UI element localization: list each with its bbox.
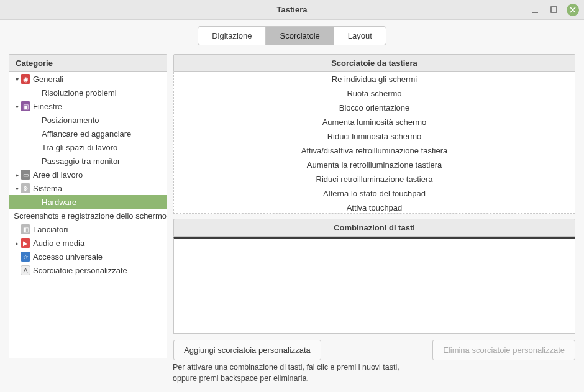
window-title: Tastiera — [277, 5, 308, 14]
tree-item-generali[interactable]: ▾ ◉ Generali — [9, 72, 167, 86]
window-controls — [529, 4, 579, 16]
minimize-button[interactable] — [529, 4, 541, 16]
combos-section: Combinazioni di tasti — [173, 219, 575, 334]
tree-item-lanciatori[interactable]: ◧ Lanciatori — [9, 222, 167, 236]
accessibility-icon: ☆ — [21, 252, 30, 262]
shortcut-row[interactable]: Riduci luminosità schermo — [174, 129, 575, 144]
tree-label: Aree di lavoro — [33, 170, 83, 180]
tree-label: Scorciatoie personalizzate — [33, 266, 127, 275]
tab-layout[interactable]: Layout — [334, 27, 386, 45]
close-button[interactable] — [567, 4, 579, 16]
tree-item-screenshots[interactable]: Screenshots e registrazione dello scherm… — [9, 209, 167, 222]
tree-item-passaggio[interactable]: Passaggio tra monitor — [9, 154, 167, 168]
categories-tree: ▾ ◉ Generali Risoluzione problemi ▾ ▣ Fi… — [9, 72, 167, 358]
tabs: Digitazione Scorciatoie Layout — [198, 26, 386, 45]
tree-label: Sistema — [33, 184, 62, 193]
footer-hint: Per attivare una combinazione di tasti, … — [0, 358, 584, 384]
footer-line1: Per attivare una combinazione di tasti, … — [173, 362, 584, 373]
shortcut-row[interactable]: Attiva/disattiva retroilluminazione tast… — [174, 144, 575, 158]
system-icon: ⚙ — [21, 183, 30, 193]
tree-label: Passaggio tra monitor — [42, 157, 120, 166]
shortcut-row[interactable]: Ruota schermo — [174, 86, 575, 101]
audio-icon: ▶ — [21, 238, 30, 248]
tree-item-hardware[interactable]: Hardware — [9, 195, 167, 209]
remove-shortcuts-button: Elimina scorciatoie personalizzate — [432, 340, 575, 360]
tree-item-affiancare[interactable]: Affiancare ed agganciare — [9, 127, 167, 140]
tree-item-finestre[interactable]: ▾ ▣ Finestre — [9, 99, 167, 113]
chevron-down-icon[interactable]: ▾ — [13, 76, 21, 83]
tree-label: Screenshots e registrazione dello scherm… — [14, 211, 167, 221]
tab-digitazione[interactable]: Digitazione — [198, 27, 266, 45]
tree-item-spazi[interactable]: Tra gli spazi di lavoro — [9, 140, 167, 154]
tree-item-accesso[interactable]: ☆ Accesso universale — [9, 250, 167, 263]
add-shortcut-button[interactable]: Aggiungi scorciatoia personalizzata — [173, 340, 321, 360]
custom-shortcuts-icon: A — [21, 265, 30, 275]
shortcut-row[interactable]: Aumenta luminosità schermo — [174, 115, 575, 129]
workspaces-icon: ▭ — [21, 170, 30, 180]
tree-label: Affiancare ed agganciare — [42, 129, 131, 139]
tree-item-audio[interactable]: ▸ ▶ Audio e media — [9, 236, 167, 250]
tree-label: Accesso universale — [33, 252, 103, 262]
shortcuts-section: Scorciatoie da tastiera Re individua gli… — [173, 54, 575, 214]
tree-label: Finestre — [33, 102, 62, 111]
chevron-right-icon[interactable]: ▸ — [13, 240, 21, 247]
launchers-icon: ◧ — [21, 224, 30, 234]
tree-label: Tra gli spazi di lavoro — [42, 143, 117, 152]
shortcuts-header: Scorciatoie da tastiera — [173, 54, 575, 72]
tab-scorciatoie[interactable]: Scorciatoie — [266, 27, 334, 45]
tree-label: Risoluzione problemi — [42, 88, 117, 98]
chevron-down-icon[interactable]: ▾ — [13, 185, 21, 192]
tree-item-personalizzate[interactable]: A Scorciatoie personalizzate — [9, 263, 167, 277]
maximize-button[interactable] — [548, 4, 559, 16]
tree-label: Lanciatori — [33, 225, 68, 234]
tabbar: Digitazione Scorciatoie Layout — [0, 20, 584, 54]
shortcut-row[interactable]: Blocco orientazione — [174, 101, 575, 115]
shortcut-row[interactable]: Alterna lo stato del touchpad — [174, 186, 575, 201]
tree-item-aree[interactable]: ▸ ▭ Aree di lavoro — [9, 168, 167, 181]
footer-line2: oppure premi backspace per eliminarla. — [173, 373, 584, 385]
tree-label: Generali — [33, 75, 63, 84]
categories-header: Categorie — [9, 54, 167, 72]
content: Categorie ▾ ◉ Generali Risoluzione probl… — [0, 54, 584, 358]
tree-label: Posizionamento — [42, 116, 99, 125]
svg-rect-1 — [551, 7, 557, 12]
tree-item-sistema[interactable]: ▾ ⚙ Sistema — [9, 181, 167, 195]
tree-label: Audio e media — [33, 239, 84, 248]
shortcut-row[interactable]: Riduci retroilluminazione tastiera — [174, 172, 575, 186]
titlebar: Tastiera — [0, 0, 584, 20]
tree-label: Hardware — [42, 198, 76, 207]
right-panel: Scorciatoie da tastiera Re individua gli… — [173, 54, 575, 358]
shortcut-row[interactable]: Attiva touchpad — [174, 201, 575, 215]
categories-panel: Categorie ▾ ◉ Generali Risoluzione probl… — [9, 54, 167, 358]
chevron-right-icon[interactable]: ▸ — [13, 171, 21, 178]
tree-item-risoluzione[interactable]: Risoluzione problemi — [9, 86, 167, 99]
windows-icon: ▣ — [21, 101, 30, 111]
shortcuts-list: Re individua gli schermi Ruota schermo B… — [173, 72, 575, 214]
combos-header: Combinazioni di tasti — [173, 219, 575, 237]
shortcut-row[interactable]: Re individua gli schermi — [174, 72, 575, 86]
combos-list[interactable] — [173, 237, 575, 334]
button-row: Aggiungi scorciatoia personalizzata Elim… — [173, 340, 575, 360]
tree-item-posizionamento[interactable]: Posizionamento — [9, 113, 167, 127]
general-icon: ◉ — [21, 74, 30, 84]
chevron-down-icon[interactable]: ▾ — [13, 103, 21, 110]
shortcut-row[interactable]: Aumenta la retroilluminazione tastiera — [174, 158, 575, 172]
